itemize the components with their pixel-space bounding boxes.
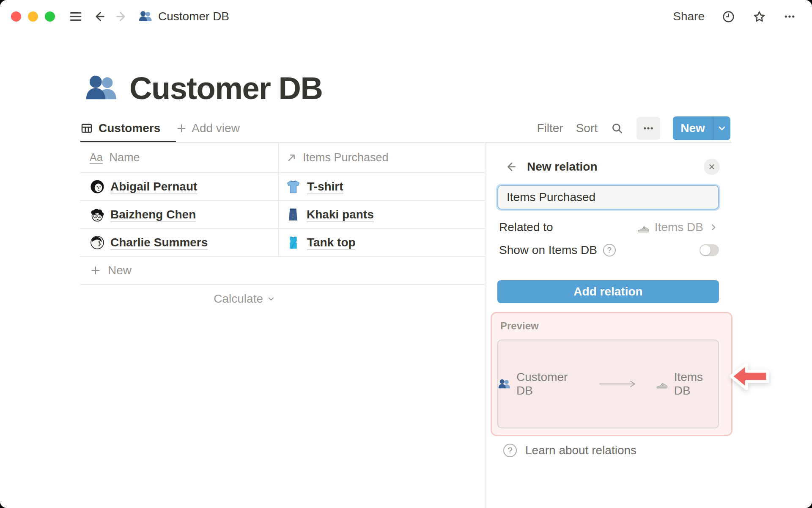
ellipsis-icon bbox=[642, 122, 654, 134]
breadcrumb-title: Customer DB bbox=[158, 10, 229, 23]
column-name-label: Name bbox=[110, 151, 140, 164]
relation-name-input[interactable] bbox=[497, 185, 719, 210]
chevron-right-icon bbox=[708, 222, 719, 233]
relation-preview-diagram: Customer DB Items DB bbox=[497, 340, 719, 428]
jeans-icon bbox=[286, 207, 300, 222]
sneaker-icon bbox=[656, 378, 668, 390]
close-icon[interactable] bbox=[704, 159, 720, 175]
customers-table: Aa Name Items Purchased Abigail Pernaut bbox=[80, 143, 485, 313]
preview-source-label: Customer DB bbox=[516, 370, 581, 398]
search-icon[interactable] bbox=[610, 121, 624, 135]
help-icon[interactable]: ? bbox=[603, 244, 616, 257]
show-on-row: Show on Items DB ? bbox=[499, 242, 719, 259]
forward-arrow-icon[interactable] bbox=[115, 10, 129, 23]
tshirt-icon bbox=[286, 179, 301, 194]
ellipsis-icon[interactable] bbox=[783, 10, 796, 23]
column-header-name[interactable]: Aa Name bbox=[80, 151, 279, 164]
add-view-button[interactable]: Add view bbox=[176, 121, 240, 135]
show-on-toggle[interactable] bbox=[700, 244, 719, 256]
new-row-label: New bbox=[108, 264, 132, 277]
view-options-button[interactable] bbox=[636, 117, 660, 140]
text-property-icon: Aa bbox=[90, 152, 103, 163]
clock-icon[interactable] bbox=[721, 10, 735, 24]
column-divider bbox=[278, 143, 279, 257]
page-icon people-icon[interactable] bbox=[85, 72, 118, 105]
new-button[interactable]: New bbox=[673, 116, 730, 140]
plus-icon bbox=[90, 265, 102, 276]
page-title[interactable]: Customer DB bbox=[129, 70, 322, 106]
table-row: Baizheng Chen Khaki pants bbox=[80, 201, 485, 229]
tab-customers[interactable]: Customers bbox=[80, 121, 160, 135]
table-icon bbox=[80, 122, 93, 135]
table-row: Charlie Summers Tank top bbox=[80, 229, 485, 257]
relation-link[interactable]: T-shirt bbox=[307, 180, 343, 193]
page-link[interactable]: Baizheng Chen bbox=[110, 208, 196, 221]
table-row: Abigail Pernaut T-shirt bbox=[80, 173, 485, 201]
page-link[interactable]: Abigail Pernaut bbox=[110, 180, 197, 193]
related-to-label: Related to bbox=[499, 221, 553, 234]
plus-icon bbox=[176, 122, 187, 134]
new-relation-panel: New relation Related to Items DB Show on… bbox=[486, 143, 812, 508]
view-toolbar: Customers Add view Filter Sort New bbox=[80, 116, 730, 141]
annotation-arrow-left-icon bbox=[729, 360, 770, 392]
name-cell[interactable]: Charlie Summers bbox=[80, 235, 279, 250]
new-button-label[interactable]: New bbox=[673, 116, 713, 140]
column-items-label: Items Purchased bbox=[303, 151, 389, 164]
learn-about-relations-link[interactable]: ? Learn about relations bbox=[503, 442, 636, 459]
related-to-row[interactable]: Related to Items DB bbox=[499, 219, 719, 236]
sneaker-icon bbox=[637, 221, 650, 234]
zoom-window-button[interactable] bbox=[45, 11, 55, 22]
page-link[interactable]: Charlie Summers bbox=[110, 236, 208, 249]
column-header-items[interactable]: Items Purchased bbox=[279, 151, 485, 164]
tab-customers-label: Customers bbox=[99, 121, 160, 135]
learn-link-label: Learn about relations bbox=[525, 444, 636, 457]
related-db-name: Items DB bbox=[655, 221, 703, 234]
woman-bob-avatar bbox=[90, 179, 105, 194]
calculate-control[interactable]: Calculate bbox=[80, 285, 279, 313]
relation-link[interactable]: Khaki pants bbox=[307, 208, 374, 221]
long-arrow-icon bbox=[598, 379, 639, 389]
add-view-label: Add view bbox=[192, 121, 240, 135]
new-row-button[interactable]: New bbox=[80, 257, 485, 285]
people-icon bbox=[139, 10, 152, 23]
hamburger-icon[interactable] bbox=[69, 9, 83, 24]
preview-target-label: Items DB bbox=[674, 370, 718, 398]
name-cell[interactable]: Baizheng Chen bbox=[80, 207, 279, 222]
sort-button[interactable]: Sort bbox=[576, 121, 598, 135]
name-cell[interactable]: Abigail Pernaut bbox=[80, 179, 279, 194]
relation-link[interactable]: Tank top bbox=[307, 236, 356, 249]
profile-avatar bbox=[90, 235, 105, 250]
related-to-value[interactable]: Items DB bbox=[637, 221, 719, 234]
star-icon[interactable] bbox=[752, 10, 766, 24]
chevron-down-icon bbox=[266, 294, 276, 304]
preview-label: Preview bbox=[500, 320, 539, 332]
minimize-window-button[interactable] bbox=[28, 11, 38, 22]
items-cell[interactable]: Khaki pants bbox=[279, 207, 485, 222]
titlebar: Customer DB Share bbox=[0, 0, 812, 33]
back-arrow-icon[interactable] bbox=[92, 10, 106, 23]
help-icon: ? bbox=[503, 444, 517, 457]
items-cell[interactable]: Tank top bbox=[279, 235, 485, 250]
close-window-button[interactable] bbox=[11, 11, 21, 22]
share-button[interactable]: Share bbox=[673, 10, 705, 23]
panel-header: New relation bbox=[504, 157, 720, 176]
tanktop-icon bbox=[286, 235, 301, 250]
preview-highlight-box: Preview Customer DB Items DB bbox=[491, 312, 732, 436]
panel-title: New relation bbox=[527, 160, 597, 174]
notion-window: Customer DB Share Customer DB Cust bbox=[0, 0, 812, 508]
relation-arrow-icon bbox=[286, 152, 297, 163]
chevron-down-icon[interactable] bbox=[713, 116, 730, 140]
show-on-label: Show on Items DB bbox=[499, 243, 597, 257]
add-relation-button[interactable]: Add relation bbox=[497, 280, 719, 303]
filter-button[interactable]: Filter bbox=[537, 121, 563, 135]
back-arrow-icon[interactable] bbox=[504, 160, 517, 173]
toggle-knob bbox=[700, 245, 710, 255]
breadcrumb[interactable]: Customer DB bbox=[139, 10, 229, 23]
items-cell[interactable]: T-shirt bbox=[279, 179, 485, 194]
calculate-label: Calculate bbox=[214, 292, 263, 306]
table-header-row: Aa Name Items Purchased bbox=[80, 143, 485, 173]
people-icon bbox=[498, 378, 510, 390]
curly-glasses-avatar bbox=[90, 207, 105, 222]
